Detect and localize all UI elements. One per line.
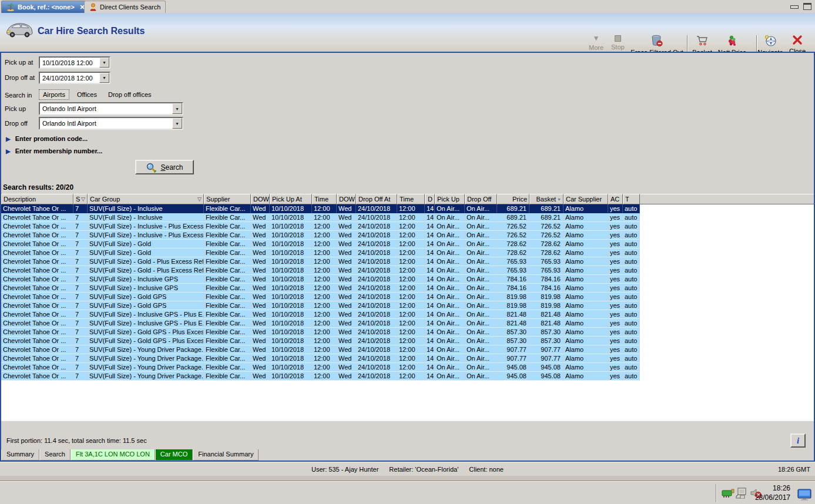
column-header-car-group[interactable]: Car Group▽ [88,194,204,204]
table-cell: Wed [251,310,270,319]
table-cell: 10/10/2018 [270,231,312,240]
table-cell: 12:00 [397,275,425,284]
bottom-tab-search[interactable]: Search [39,449,71,461]
table-row[interactable]: Chevrolet Tahoe Or ...7SUV(Full Size) - … [1,363,640,372]
table-cell: Wed [251,240,270,248]
column-header-label: DOW [339,196,355,203]
search-in-tab-offices[interactable]: Offices [73,90,100,99]
table-cell: On Air... [435,266,465,275]
table-cell: Wed [251,363,270,372]
table-row[interactable]: Chevrolet Tahoe Or ...7SUV(Full Size) - … [1,257,640,266]
table-cell: Wed [337,275,356,284]
column-header-pick-up[interactable]: Pick Up [435,194,465,204]
table-cell: 10/10/2018 [270,354,312,363]
column-header-pick-up-at[interactable]: Pick Up At [270,194,312,204]
table-row[interactable]: Chevrolet Tahoe Or ...7SUV(Full Size) - … [1,284,640,293]
column-header-drop-off[interactable]: Drop Off [465,194,497,204]
table-row[interactable]: Chevrolet Tahoe Or ...7SUV(Full Size) - … [1,248,640,257]
search-button[interactable]: Search [135,160,194,174]
search-in-tab-airports[interactable]: Airports [39,89,69,100]
table-cell: On Air... [435,310,465,319]
table-row[interactable]: Chevrolet Tahoe Or ...7SUV(Full Size) - … [1,354,640,363]
table-row[interactable]: Chevrolet Tahoe Or ...7SUV(Full Size) - … [1,345,640,354]
table-row[interactable]: Chevrolet Tahoe Or ...7SUV(Full Size) - … [1,310,640,319]
tray-clock[interactable]: 18:26 28/06/2017 [755,483,790,502]
tab-book-ref[interactable]: Book, ref.: <none> ✕ [1,1,90,13]
column-header-time[interactable]: Time [312,194,337,204]
info-button[interactable]: i [790,434,806,448]
table-cell: Chevrolet Tahoe Or ... [1,266,73,275]
table-row[interactable]: Chevrolet Tahoe Or ...7SUV(Full Size) - … [1,266,640,275]
table-cell: On Air... [465,257,497,266]
column-header-label: Description [4,196,36,203]
table-row[interactable]: Chevrolet Tahoe Or ...7SUV(Full Size) - … [1,319,640,328]
column-header-s[interactable]: S▽ [73,194,88,204]
network-adapter-icon[interactable] [722,488,734,498]
membership-number-expander[interactable]: ▶ Enter membership number... [6,147,102,154]
table-row[interactable]: Chevrolet Tahoe Or ...7SUV(Full Size) - … [1,204,640,213]
table-row[interactable]: Chevrolet Tahoe Or ...7SUV(Full Size) - … [1,293,640,301]
table-row[interactable]: Chevrolet Tahoe Or ...7SUV(Full Size) - … [1,301,640,310]
table-row[interactable]: Chevrolet Tahoe Or ...7SUV(Full Size) - … [1,372,640,381]
dropoff-at-field[interactable]: 24/10/2018 12:00 ▼ [39,72,110,84]
search-in-tab-drop-off-offices[interactable]: Drop off offices [105,90,155,99]
table-cell: On Air... [465,372,497,381]
column-header-dow[interactable]: DOW [251,194,270,204]
table-row[interactable]: Chevrolet Tahoe Or ...7SUV(Full Size) - … [1,240,640,248]
column-header-drop-off-at[interactable]: Drop Off At [356,194,397,204]
column-header-basket[interactable]: Basket▼ [529,194,564,204]
bottom-tab-flt-3a-1c-lon-mco-lon[interactable]: Flt 3A,1C LON MCO LON [71,449,155,461]
table-row[interactable]: Chevrolet Tahoe Or ...7SUV(Full Size) - … [1,275,640,284]
table-cell: On Air... [435,372,465,381]
column-header-car-supplier[interactable]: Car Supplier [564,194,608,204]
column-header-d[interactable]: D [425,194,435,204]
chevron-down-icon[interactable]: ▼ [99,73,109,83]
filter-icon[interactable]: ▽ [81,197,85,201]
bottom-tab-summary[interactable]: Summary [1,449,39,461]
table-cell: 765.93 [529,257,564,266]
table-row[interactable]: Chevrolet Tahoe Or ...7SUV(Full Size) - … [1,231,640,240]
restore-button-icon[interactable] [803,3,811,10]
table-cell: 765.93 [497,257,529,266]
network-disconnected-icon[interactable] [736,488,747,499]
pickup-at-field[interactable]: 10/10/2018 12:00 ▼ [39,56,110,69]
chevron-down-icon[interactable]: ▼ [172,103,182,114]
table-cell: yes [608,301,623,310]
filter-icon[interactable]: ▽ [197,197,202,201]
table-row[interactable]: Chevrolet Tahoe Or ...7SUV(Full Size) - … [1,222,640,231]
table-cell: On Air... [465,328,497,337]
bottom-tab-car-mco[interactable]: Car MCO [155,449,193,461]
promotion-code-expander[interactable]: ▶ Enter promotion code... [6,135,88,142]
column-header-ac[interactable]: AC [608,194,623,204]
chevron-down-icon[interactable]: ▼ [99,58,109,68]
table-cell: 726.52 [497,231,529,240]
show-desktop-icon[interactable] [797,489,811,500]
bottom-tab-financial-summary[interactable]: Financial Summary [193,449,259,461]
column-header-supplier[interactable]: Supplier [204,194,251,204]
pickup-location-select[interactable]: Orlando Intl Airport ▼ [39,102,183,115]
minimize-button-icon[interactable] [790,5,799,9]
table-cell: 10/10/2018 [270,363,312,372]
table-row[interactable]: Chevrolet Tahoe Or ...7SUV(Full Size) - … [1,337,640,345]
column-header-t[interactable]: T [623,194,640,204]
table-cell: auto [623,293,640,301]
table-cell: On Air... [465,248,497,257]
table-cell: Alamo [564,328,608,337]
table-cell: Wed [251,301,270,310]
table-cell: On Air... [435,284,465,293]
table-cell: 14 [425,363,435,372]
column-header-time[interactable]: Time [397,194,425,204]
table-row[interactable]: Chevrolet Tahoe Or ...7SUV(Full Size) - … [1,328,640,337]
tab-direct-clients-search[interactable]: Direct Clients Search [84,1,166,13]
table-cell: auto [623,301,640,310]
column-header-price[interactable]: Price [497,194,529,204]
table-cell: SUV(Full Size) - Gold GPS - Plus Exces..… [88,337,204,345]
column-header-dow[interactable]: DOW [337,194,356,204]
dropoff-location-select[interactable]: Orlando Intl Airport ▼ [39,117,183,130]
table-cell: 784.16 [529,284,564,293]
table-cell: Alamo [564,213,608,222]
column-header-description[interactable]: Description [1,194,73,204]
chevron-down-icon[interactable]: ▼ [172,118,182,129]
table-row[interactable]: Chevrolet Tahoe Or ...7SUV(Full Size) - … [1,213,640,222]
more-button: ▼ More [589,34,603,51]
